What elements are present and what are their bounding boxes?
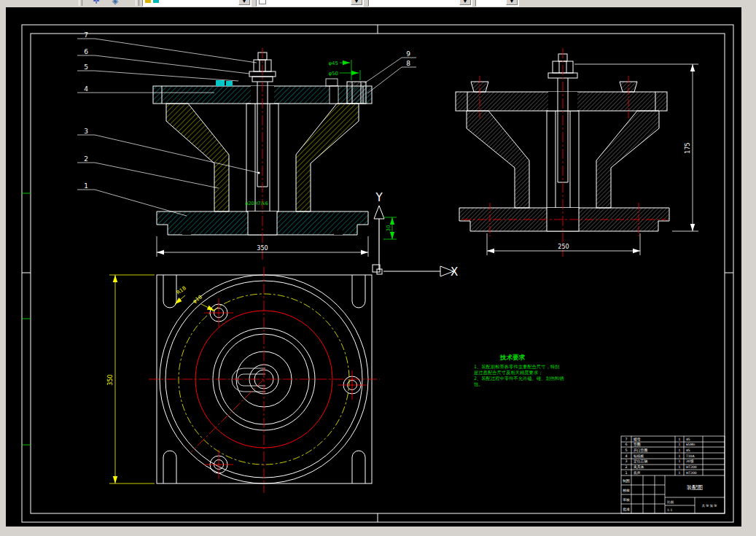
cad-drawing-svg: φ45 φ50 φ20H7/k6 350 7 6 5 4 3 2 1 9 8 bbox=[6, 7, 741, 527]
dim-phi45: φ45 bbox=[328, 61, 338, 66]
pan-icon[interactable]: ✛ bbox=[90, 0, 102, 7]
color-combo[interactable]: ▼ bbox=[256, 0, 364, 7]
bom-no: 5 bbox=[625, 448, 627, 452]
bom-name: 定位芯轴 bbox=[634, 459, 647, 464]
clamp-piece bbox=[226, 81, 233, 86]
cad-window: { "colors": { "canvas": "#000000", "chro… bbox=[0, 0, 756, 536]
front-view: φ45 φ50 φ20H7/k6 350 7 6 5 4 3 2 1 9 8 bbox=[77, 31, 416, 260]
tech-line-2: 是过盈配合尺寸及相关精度要求； bbox=[474, 370, 542, 376]
callout-6: 6 bbox=[84, 48, 88, 55]
callout-2: 2 bbox=[84, 155, 88, 163]
tech-line-3: 2、装配过程中零件不允许磕、碰、划伤和锈 bbox=[474, 376, 564, 381]
bom-no: 1 bbox=[625, 471, 627, 475]
callout-4: 4 bbox=[84, 85, 88, 93]
callout-5: 5 bbox=[84, 63, 88, 71]
dim-plan-radius: R18 bbox=[176, 285, 187, 295]
bom-no: 2 bbox=[625, 465, 627, 469]
axis-x-label: X bbox=[451, 265, 458, 279]
fit-label: φ20H7/k6 bbox=[245, 201, 268, 206]
clamp-piece bbox=[216, 80, 225, 86]
side-view: 175 250 bbox=[456, 48, 698, 257]
plan-view: R18 φ18 350 bbox=[107, 267, 380, 493]
bom-mat: 45 bbox=[686, 448, 690, 452]
color-swatch-icon bbox=[259, 0, 266, 4]
toolbar-grip[interactable] bbox=[79, 0, 82, 6]
plan-height-dim bbox=[109, 275, 155, 483]
bom-name: 底座 bbox=[634, 470, 641, 475]
side-height-dim bbox=[574, 64, 698, 231]
lineweight-combo[interactable]: ▼ bbox=[475, 0, 519, 7]
sign-row-label: 审核 bbox=[623, 497, 630, 502]
callout-9: 9 bbox=[406, 50, 410, 58]
bom-mat: 65Mn bbox=[686, 443, 695, 446]
bom-name: 螺母 bbox=[634, 437, 641, 442]
layer-state-icon bbox=[145, 0, 151, 3]
bom-mat: T10A bbox=[685, 454, 695, 458]
bom-qty: 1 bbox=[679, 465, 681, 469]
scale-value: 1:1 bbox=[667, 508, 672, 512]
bom-qty: 1 bbox=[679, 443, 681, 446]
dim-ucs-offset: 30 bbox=[386, 225, 391, 232]
sheet-count: 共 张 第 张 bbox=[702, 504, 718, 508]
drill-bushing bbox=[347, 82, 366, 104]
sign-row-label: 批准 bbox=[623, 508, 630, 512]
bom-name: 钻模板 bbox=[634, 454, 644, 459]
bolt-holes bbox=[204, 298, 367, 479]
sign-row-label: 校核 bbox=[622, 489, 630, 492]
diamond-icon[interactable]: ◈ bbox=[109, 0, 121, 7]
callout-7: 7 bbox=[84, 31, 88, 39]
bom-mat: HT200 bbox=[686, 471, 697, 475]
tech-line-1: 1、装配前检查各零件主要配合尺寸，特别 bbox=[474, 364, 559, 370]
signature-rows: 制图 校核 审核 批准 bbox=[622, 479, 630, 512]
bom-mat: HT200 bbox=[686, 465, 697, 469]
bom-table: 7 螺母 1 45 6 垫圈 1 65Mn 5 开口垫圈 1 45 4 钻模板 … bbox=[625, 437, 696, 475]
chevron-down-icon[interactable]: ▼ bbox=[506, 0, 518, 5]
scale-label: 比例 bbox=[667, 500, 674, 505]
bom-no: 7 bbox=[625, 438, 627, 441]
dim-plan-height: 350 bbox=[107, 374, 114, 385]
bom-qty: 1 bbox=[679, 459, 681, 463]
bom-name: 开口垫圈 bbox=[634, 448, 647, 453]
callout-1: 1 bbox=[84, 182, 88, 190]
drawing-canvas[interactable]: φ45 φ50 φ20H7/k6 350 7 6 5 4 3 2 1 9 8 bbox=[6, 7, 741, 527]
dim-front-width: 350 bbox=[257, 245, 268, 252]
bom-name: 垫圈 bbox=[634, 443, 641, 447]
tech-line-4: 蚀。 bbox=[474, 381, 483, 387]
chevron-down-icon[interactable]: ▼ bbox=[238, 0, 250, 5]
tech-notes: 技术要求 1、装配前检查各零件主要配合尺寸，特别 是过盈配合尺寸及相关精度要求；… bbox=[474, 354, 564, 387]
chevron-down-icon[interactable]: ▼ bbox=[459, 0, 471, 5]
toolbar-strip: ✛ ◈ ▼ ▼ ▼ ▼ bbox=[0, 0, 756, 7]
bom-mat: 20钢 bbox=[686, 459, 694, 463]
bom-name: 夹具体 bbox=[634, 465, 644, 469]
axis-y-label: Y bbox=[375, 191, 383, 204]
dim-side-width: 250 bbox=[558, 244, 569, 250]
drawing-title: 装配图 bbox=[687, 484, 704, 491]
bom-no: 6 bbox=[625, 443, 627, 446]
linetype-combo[interactable]: ▼ bbox=[368, 0, 472, 7]
bom-qty: 1 bbox=[679, 448, 681, 452]
bom-no: 4 bbox=[625, 454, 627, 458]
layer-color-icon bbox=[153, 0, 159, 3]
callout-3: 3 bbox=[84, 128, 88, 135]
dim-side-height: 175 bbox=[685, 142, 691, 153]
title-block: 7 螺母 1 45 6 垫圈 1 65Mn 5 开口垫圈 1 45 4 钻模板 … bbox=[621, 436, 725, 513]
sign-row-label: 制图 bbox=[623, 479, 630, 483]
bom-qty: 1 bbox=[679, 471, 681, 475]
chevron-down-icon[interactable]: ▼ bbox=[351, 0, 362, 5]
tech-title: 技术要求 bbox=[499, 354, 526, 361]
callout-8: 8 bbox=[406, 60, 410, 67]
bushing-dims bbox=[340, 60, 360, 80]
layer-combo[interactable]: ▼ bbox=[142, 0, 252, 7]
dim-phi50: φ50 bbox=[328, 71, 338, 77]
bom-qty: 1 bbox=[679, 454, 681, 458]
part-callouts-left bbox=[77, 39, 260, 216]
frame-layer-ticks bbox=[22, 193, 31, 445]
toolbar-grip-2[interactable] bbox=[136, 0, 139, 6]
bom-qty: 1 bbox=[679, 438, 681, 441]
bom-no: 3 bbox=[625, 459, 627, 463]
ucs-icon: Y X 30 bbox=[373, 191, 458, 279]
bom-mat: 45 bbox=[686, 438, 690, 441]
